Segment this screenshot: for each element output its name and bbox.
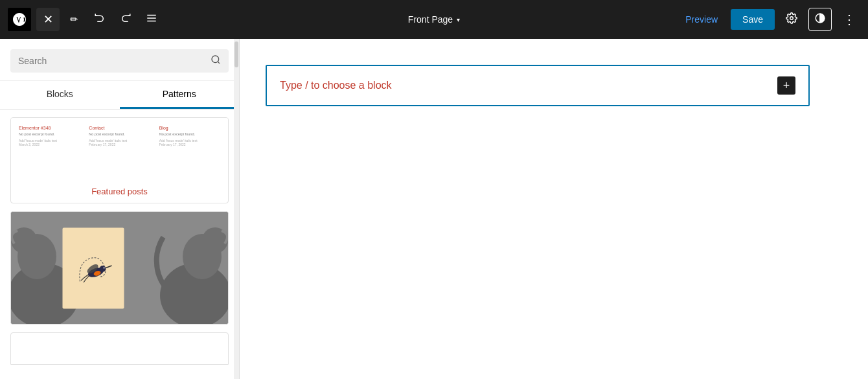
close-button[interactable]: ✕ [36,8,60,31]
patterns-content: Elementor #348 No post excerpt found. Ad… [0,109,239,379]
more-options-button[interactable]: ⋮ [837,8,860,31]
pattern-card: Elementor #348 No post excerpt found. Ad… [10,117,229,203]
settings-button[interactable] [780,8,803,31]
undo-icon [94,12,106,27]
svg-line-14 [106,266,111,268]
sidebar-scroll-thumb[interactable] [234,41,238,67]
svg-point-12 [99,266,106,272]
svg-point-3 [790,17,794,20]
tab-blocks[interactable]: Blocks [0,81,120,109]
preview-col-3: Blog No post excerpt found. Add 'focus m… [157,123,223,178]
bottom-section [10,332,229,365]
svg-point-15 [103,267,104,268]
preview-post-excerpt-2: No post excerpt found. [89,132,150,137]
sidebar: Blocks Patterns Elementor #348 No post e… [0,39,240,379]
pattern-preview: Elementor #348 No post excerpt found. Ad… [11,118,228,183]
hummingbird-icon [71,246,116,291]
preview-button[interactable]: Preview [678,10,725,29]
save-button[interactable]: Save [731,9,775,30]
svg-line-6 [218,62,220,63]
page-title: Front Page [408,14,453,25]
add-block-button[interactable]: + [777,76,795,95]
contrast-icon [814,12,826,27]
preview-post-date-3: February 17, 2022 [159,143,220,146]
tabs: Blocks Patterns [0,81,239,109]
sidebar-scrollbar[interactable] [234,39,239,379]
list-icon [146,12,157,27]
search-box[interactable] [10,49,229,73]
preview-col-1: Elementor #348 No post excerpt found. Ad… [16,123,82,178]
bird-background [11,212,228,324]
block-placeholder-text: Type / to choose a block [280,80,392,91]
preview-col-2: Contact No post excerpt found. Add 'focu… [86,123,152,178]
search-icon [211,54,221,67]
image-card [10,211,229,325]
undo-button[interactable] [88,8,111,31]
wordpress-logo[interactable] [8,8,31,31]
preview-post-title-1: Elementor #348 [19,126,80,130]
preview-post-excerpt-1: No post excerpt found. [19,132,80,137]
toolbar: ✕ ✏ Front Page ▾ Preview Save [0,0,868,39]
toolbar-right: Preview Save ⋮ [678,8,860,31]
svg-point-5 [212,56,219,63]
bird-inner-card [63,227,124,308]
gear-icon [786,12,797,27]
list-view-button[interactable] [140,8,163,31]
preview-post-date-1: March 2, 2022 [19,143,80,146]
pencil-button[interactable]: ✏ [62,8,86,31]
tab-patterns[interactable]: Patterns [120,81,240,109]
preview-post-date-2: February 17, 2022 [89,143,150,146]
block-input-area[interactable]: Type / to choose a block + [266,65,810,106]
contrast-button[interactable] [808,8,832,31]
preview-post-title-2: Contact [89,126,150,130]
pattern-label: Featured posts [11,183,228,203]
duck-right-icon [144,212,228,324]
redo-icon [120,12,131,27]
more-icon: ⋮ [843,12,855,27]
page-title-area[interactable]: Front Page ▾ [408,14,460,25]
main-layout: Blocks Patterns Elementor #348 No post e… [0,39,868,379]
editor-area[interactable]: Type / to choose a block + [240,39,868,379]
search-input[interactable] [18,56,205,66]
search-area [0,39,239,81]
pencil-icon: ✏ [70,14,78,25]
redo-button[interactable] [114,8,137,31]
preview-post-excerpt-3: No post excerpt found. [159,132,220,137]
close-icon: ✕ [43,12,53,27]
preview-post-title-3: Blog [159,126,220,130]
chevron-down-icon: ▾ [457,16,460,23]
